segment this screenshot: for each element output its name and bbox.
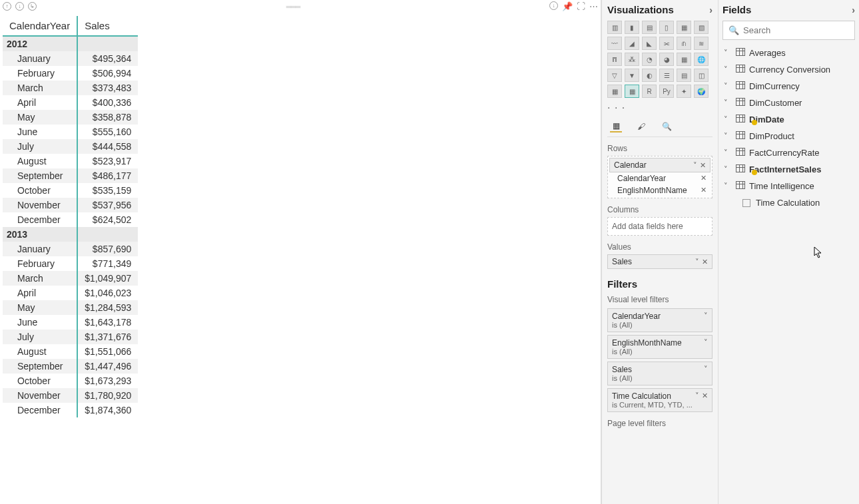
fields-tab-icon[interactable]: ▦ — [610, 121, 622, 132]
remove-icon[interactable]: ✕ — [701, 174, 707, 183]
table-row[interactable]: March$1,049,907 — [3, 271, 138, 286]
viz-map-icon[interactable]: 🌐 — [694, 53, 709, 66]
viz-treemap-icon[interactable]: ▦ — [677, 53, 691, 66]
viz-python-visual-icon[interactable]: Py — [659, 85, 674, 98]
viz-stacked-area-icon[interactable]: ◣ — [642, 37, 657, 50]
column-header-sales[interactable]: Sales — [77, 16, 138, 36]
checkbox[interactable] — [742, 199, 750, 207]
values-pill-sales[interactable]: Sales ˅✕ — [607, 254, 713, 269]
chevron-right-icon[interactable]: ˅ — [724, 148, 732, 157]
viz-clustered-bar-icon[interactable]: ▤ — [642, 21, 657, 34]
table-row[interactable]: August$1,551,066 — [3, 344, 138, 359]
analytics-tab-icon[interactable]: 🔍 — [661, 121, 673, 132]
table-row[interactable]: June$1,643,178 — [3, 315, 138, 330]
chevron-right-icon[interactable]: ˅ — [724, 65, 732, 74]
matrix-visual[interactable]: CalendarYear Sales 2012January$495,364Fe… — [3, 16, 138, 417]
remove-icon[interactable]: ✕ — [700, 161, 706, 170]
table-row[interactable]: October$1,673,293 — [3, 374, 138, 388]
viz-kpi-icon[interactable]: ☰ — [659, 69, 674, 82]
format-tab-icon[interactable]: 🖌 — [635, 121, 647, 132]
table-row[interactable]: November$1,780,920 — [3, 388, 138, 403]
table-row[interactable]: October$535,159 — [3, 183, 138, 198]
viz-clustered-column-icon[interactable]: ▯ — [659, 21, 674, 34]
table-row[interactable]: September$1,447,496 — [3, 359, 138, 374]
table-row[interactable]: February$506,994 — [3, 66, 138, 81]
collapse-fields-pane-icon[interactable]: › — [852, 5, 855, 15]
viz-area-icon[interactable]: ◢ — [625, 37, 639, 50]
fields-search[interactable]: 🔍 — [722, 21, 855, 40]
drill-down-icon[interactable]: ↓ — [15, 2, 24, 11]
table-row[interactable]: July$444,558 — [3, 139, 138, 154]
remove-icon[interactable]: ✕ — [701, 186, 707, 195]
viz-gauge-icon[interactable]: ▼ — [625, 69, 639, 82]
chevron-down-icon[interactable]: ˅ — [695, 391, 699, 401]
rows-well[interactable]: Calendar ˅✕ CalendarYear✕ EnglishMonthNa… — [607, 156, 713, 198]
table-row[interactable]: August$523,917 — [3, 154, 138, 168]
chevron-down-icon[interactable]: ˅ — [704, 365, 708, 374]
table-row[interactable]: November$537,956 — [3, 198, 138, 212]
field-time-calculation[interactable]: Time Calculation — [722, 195, 855, 210]
rows-sub-calendaryear[interactable]: CalendarYear✕ — [609, 172, 711, 184]
viz-card-icon[interactable]: ◐ — [642, 69, 657, 82]
filter-sales[interactable]: Sales˅ is (All) — [607, 362, 713, 385]
drag-handle-icon[interactable]: ═══ — [286, 3, 300, 11]
chevron-right-icon[interactable]: ˅ — [724, 132, 732, 140]
table-item-dimcustomer[interactable]: ˅ DimCustomer — [722, 95, 855, 111]
table-row[interactable]: March$373,483 — [3, 81, 138, 95]
viz-key-influencers-icon[interactable]: ✦ — [677, 85, 691, 98]
focus-mode-icon[interactable]: ⛶ — [577, 1, 585, 11]
chevron-right-icon[interactable]: ˅ — [724, 49, 732, 57]
table-item-factinternetsales[interactable]: ˅ FactInternetSales — [722, 162, 855, 177]
chevron-right-icon[interactable]: ˅ — [724, 99, 732, 107]
remove-icon[interactable]: ✕ — [702, 391, 708, 401]
viz-multi-card-icon[interactable]: ▤ — [677, 69, 691, 82]
table-item-currency-conversion[interactable]: ˅ Currency Conversion — [722, 62, 855, 77]
columns-well[interactable]: Add data fields here — [607, 217, 713, 236]
fields-search-input[interactable] — [743, 25, 855, 35]
viz-line-icon[interactable]: 〰 — [607, 37, 622, 50]
viz-slicer-icon[interactable]: ◫ — [694, 69, 709, 82]
rows-sub-englishmonthname[interactable]: EnglishMonthName✕ — [609, 184, 711, 196]
drill-up-icon[interactable]: ↑ — [3, 2, 11, 11]
table-row[interactable]: April$1,046,023 — [3, 286, 138, 300]
table-row[interactable]: September$486,177 — [3, 168, 138, 183]
year-row[interactable]: 2012 — [3, 36, 138, 51]
chevron-right-icon[interactable]: ˅ — [724, 165, 732, 174]
viz-funnel-icon[interactable]: ▽ — [607, 69, 622, 82]
chevron-down-icon[interactable]: ˅ — [704, 312, 708, 321]
chevron-right-icon[interactable]: ˅ — [724, 115, 732, 124]
expand-level-icon[interactable]: ↳ — [28, 2, 37, 11]
viz-line-column-icon[interactable]: ⫘ — [659, 37, 674, 50]
filter-englishmonthname[interactable]: EnglishMonthName˅ is (All) — [607, 335, 713, 359]
rows-pill-calendar[interactable]: Calendar ˅✕ — [609, 158, 711, 172]
viz-donut-icon[interactable]: ◕ — [659, 53, 674, 66]
more-options-icon[interactable]: ⋯ — [589, 1, 598, 11]
table-row[interactable]: December$1,874,360 — [3, 403, 138, 417]
chevron-down-icon[interactable]: ˅ — [724, 182, 732, 190]
table-item-dimproduct[interactable]: ˅ DimProduct — [722, 128, 855, 144]
table-row[interactable]: July$1,371,676 — [3, 330, 138, 344]
chevron-down-icon[interactable]: ˅ — [704, 338, 708, 348]
table-row[interactable]: February$771,349 — [3, 256, 138, 271]
viz-matrix-icon[interactable]: ▦ — [625, 85, 639, 98]
chevron-down-icon[interactable]: ˅ — [693, 161, 697, 170]
remove-icon[interactable]: ✕ — [702, 258, 708, 266]
viz-arcgis-icon[interactable]: 🌍 — [694, 85, 709, 98]
viz-line-column-stacked-icon[interactable]: ⫙ — [677, 37, 691, 50]
table-row[interactable]: May$358,878 — [3, 110, 138, 125]
column-header-calendaryear[interactable]: CalendarYear — [3, 16, 77, 36]
table-item-factcurrencyrate[interactable]: ˅ FactCurrencyRate — [722, 145, 855, 160]
filter-calendaryear[interactable]: CalendarYear˅ is (All) — [607, 308, 713, 332]
table-row[interactable]: January$495,364 — [3, 51, 138, 66]
table-item-dimcurrency[interactable]: ˅ DimCurrency — [722, 79, 855, 94]
viz-stacked-bar-icon[interactable]: ▥ — [607, 21, 622, 34]
viz-scatter-icon[interactable]: ⁂ — [625, 53, 639, 66]
table-row[interactable]: January$857,690 — [3, 242, 138, 256]
chevron-down-icon[interactable]: ˅ — [695, 258, 699, 266]
filter-time-calculation[interactable]: Time Calculation˅✕ is Current, MTD, YTD,… — [607, 388, 713, 412]
table-row[interactable]: April$400,336 — [3, 95, 138, 110]
viz-table-icon[interactable]: ▦ — [607, 85, 622, 98]
collapse-viz-pane-icon[interactable]: › — [709, 5, 713, 15]
table-item-time-intelligence[interactable]: ˅ Time Intelligence — [722, 178, 855, 194]
pin-icon[interactable]: 📌 — [562, 1, 573, 11]
